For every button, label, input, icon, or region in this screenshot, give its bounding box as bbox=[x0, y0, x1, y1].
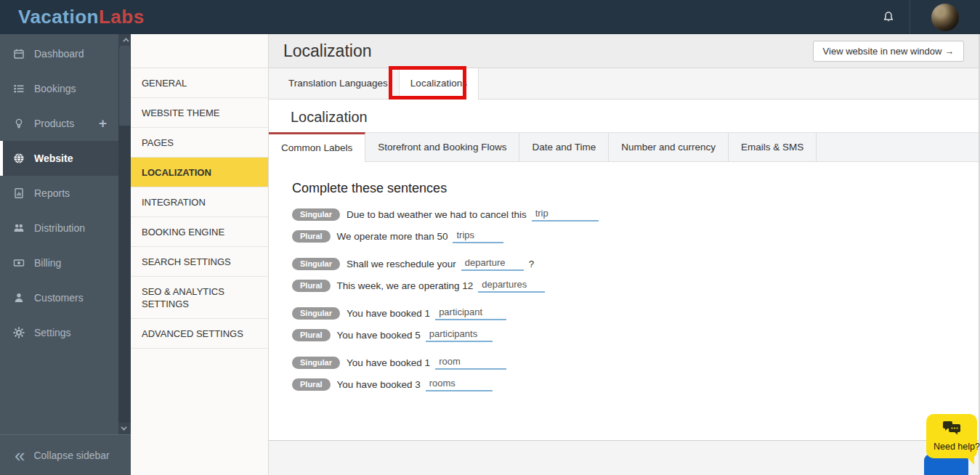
plural-badge: Plural bbox=[292, 280, 331, 292]
departure-singular-input[interactable] bbox=[461, 257, 524, 271]
localization-subtabs: Common Labels Storefront and Booking Flo… bbox=[269, 132, 980, 162]
list-icon bbox=[13, 83, 25, 94]
gear-icon bbox=[13, 327, 25, 338]
sentence-row: Plural You have booked 3 bbox=[292, 376, 980, 392]
page-header: Localization View website in new window … bbox=[269, 34, 980, 68]
sentence-text: You have booked 3 bbox=[337, 379, 421, 390]
sidebar-item-customers[interactable]: Customers bbox=[0, 280, 118, 315]
sentence-group-room: Singular You have booked 1 Plural You ha… bbox=[292, 354, 980, 392]
plural-badge: Plural bbox=[292, 378, 331, 391]
sidebar-item-label: Products bbox=[34, 118, 74, 129]
common-labels-content: Complete these sentences Singular Due to… bbox=[269, 162, 980, 392]
settings-nav-website-theme[interactable]: WEBSITE THEME bbox=[131, 98, 268, 128]
sidebar-nav: Dashboard Bookings Products + Website bbox=[0, 34, 118, 434]
people-icon bbox=[13, 222, 25, 234]
room-plural-input[interactable] bbox=[426, 378, 493, 391]
subtab-emails-sms[interactable]: Emails & SMS bbox=[729, 133, 817, 161]
subtab-date-and-time[interactable]: Date and Time bbox=[519, 133, 609, 161]
sentence-text: You have booked 1 bbox=[347, 357, 430, 368]
view-website-button[interactable]: View website in new window → bbox=[813, 41, 964, 62]
sentence-group-participant: Singular You have booked 1 Plural You ha… bbox=[292, 305, 980, 343]
scroll-down-icon[interactable] bbox=[118, 423, 131, 434]
notifications-button[interactable] bbox=[867, 0, 910, 34]
tab-localizations[interactable]: Localizations bbox=[399, 68, 479, 100]
sidebar-scrollbar[interactable] bbox=[118, 34, 131, 434]
brand-logo: VacationLabs bbox=[0, 6, 145, 28]
localization-panel: Localization Common Labels Storefront an… bbox=[269, 100, 980, 441]
globe-icon bbox=[13, 153, 25, 164]
sentence-row: Singular You have booked 1 bbox=[292, 305, 980, 321]
settings-nav-booking-engine[interactable]: BOOKING ENGINE bbox=[131, 217, 268, 247]
money-icon bbox=[13, 257, 25, 269]
settings-nav-header bbox=[131, 34, 268, 68]
double-chevron-left-icon: « bbox=[15, 448, 25, 463]
sentence-text: You have booked 1 bbox=[347, 308, 430, 319]
sentence-text: Shall we reschedule your bbox=[347, 259, 456, 269]
sidebar-item-label: Billing bbox=[34, 257, 61, 269]
singular-badge: Singular bbox=[292, 208, 340, 221]
sidebar-item-distribution[interactable]: Distribution bbox=[0, 211, 118, 245]
sentence-text: We operate more than 50 bbox=[337, 231, 448, 242]
sidebar-item-billing[interactable]: Billing bbox=[0, 245, 118, 280]
settings-nav-integration[interactable]: INTEGRATION bbox=[131, 187, 268, 217]
sentence-row: Plural We operate more than 50 bbox=[292, 228, 980, 244]
sentence-group-trip: Singular Due to bad weather we had to ca… bbox=[292, 206, 980, 244]
chevron-down-icon bbox=[121, 424, 126, 430]
sidebar-item-dashboard[interactable]: Dashboard bbox=[0, 36, 118, 71]
settings-nav-search-settings[interactable]: SEARCH SETTINGS bbox=[131, 247, 268, 277]
collapse-sidebar-label: Collapse sidebar bbox=[33, 450, 109, 461]
sidebar-item-products[interactable]: Products + bbox=[0, 106, 118, 141]
departure-plural-input[interactable] bbox=[478, 279, 545, 293]
scrollbar-thumb[interactable] bbox=[119, 46, 130, 126]
participant-plural-input[interactable] bbox=[426, 328, 493, 342]
plural-badge: Plural bbox=[292, 230, 331, 243]
trip-singular-input[interactable] bbox=[532, 208, 599, 222]
settings-nav-pages[interactable]: PAGES bbox=[131, 128, 268, 158]
chevron-up-icon bbox=[123, 38, 129, 44]
panel-title: Localization bbox=[269, 100, 980, 132]
settings-nav-localization[interactable]: LOCALIZATION bbox=[131, 158, 268, 187]
subtab-storefront-booking-flows[interactable]: Storefront and Booking Flows bbox=[365, 133, 519, 161]
calendar-icon bbox=[13, 48, 25, 60]
scroll-up-icon[interactable] bbox=[118, 34, 131, 46]
sidebar-item-settings[interactable]: Settings bbox=[0, 315, 118, 350]
sentences-heading: Complete these sentences bbox=[292, 181, 980, 196]
participant-singular-input[interactable] bbox=[435, 306, 506, 320]
sentence-text: This week, we are operating 12 bbox=[337, 280, 474, 291]
settings-nav-advanced-settings[interactable]: ADVANCED SETTINGS bbox=[131, 319, 268, 349]
sidebar-item-label: Settings bbox=[34, 327, 71, 338]
trip-plural-input[interactable] bbox=[453, 230, 503, 243]
user-avatar[interactable] bbox=[931, 4, 959, 31]
lightbulb-icon bbox=[13, 118, 25, 129]
brand-primary: Vacation bbox=[18, 6, 99, 28]
sentence-group-departure: Singular Shall we reschedule your ? Plur… bbox=[292, 256, 980, 293]
sentence-row: Singular Shall we reschedule your ? bbox=[292, 256, 980, 272]
chat-bubbles-icon bbox=[942, 421, 961, 436]
sidebar-item-website[interactable]: Website bbox=[0, 141, 118, 176]
sentence-row: Singular Due to bad weather we had to ca… bbox=[292, 206, 980, 222]
add-product-icon[interactable]: + bbox=[99, 115, 107, 131]
settings-nav-seo-analytics[interactable]: SEO & ANALYTICS SETTINGS bbox=[131, 277, 268, 319]
bell-icon bbox=[881, 10, 896, 25]
top-bar: VacationLabs bbox=[0, 0, 980, 34]
sidebar-item-reports[interactable]: Reports bbox=[0, 176, 118, 211]
brand-secondary: Labs bbox=[99, 6, 145, 28]
sidebar-item-bookings[interactable]: Bookings bbox=[0, 71, 118, 106]
website-settings-nav: GENERAL WEBSITE THEME PAGES LOCALIZATION… bbox=[131, 34, 269, 475]
sidebar-item-label: Bookings bbox=[34, 83, 76, 94]
subtab-common-labels[interactable]: Common Labels bbox=[269, 132, 365, 162]
report-icon bbox=[13, 187, 25, 199]
need-help-label: Need help? bbox=[934, 442, 970, 452]
sentence-row: Plural You have booked 5 bbox=[292, 327, 980, 343]
sentence-row: Plural This week, we are operating 12 bbox=[292, 277, 980, 293]
collapse-sidebar-button[interactable]: « Collapse sidebar bbox=[0, 434, 131, 475]
settings-nav-general[interactable]: GENERAL bbox=[131, 68, 268, 98]
need-help-button[interactable]: Need help? bbox=[926, 414, 977, 458]
sentence-text: Due to bad weather we had to cancel this bbox=[347, 209, 527, 220]
avatar-wrap bbox=[910, 0, 980, 34]
subtab-number-and-currency[interactable]: Number and currency bbox=[609, 133, 729, 161]
tab-translation-languages[interactable]: Translation Languages bbox=[278, 68, 399, 99]
person-icon bbox=[13, 292, 25, 304]
room-singular-input[interactable] bbox=[435, 356, 506, 370]
singular-badge: Singular bbox=[292, 258, 340, 270]
